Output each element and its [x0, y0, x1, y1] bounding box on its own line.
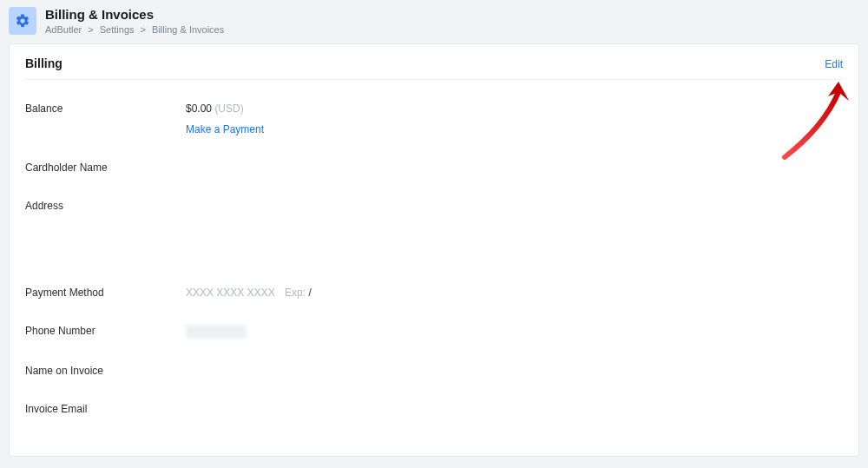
cardholder-label: Cardholder Name: [25, 161, 186, 174]
address-row: Address: [25, 200, 843, 260]
breadcrumb-item[interactable]: AdButler: [45, 24, 82, 35]
payment-method-label: Payment Method: [25, 287, 186, 299]
cardholder-row: Cardholder Name: [25, 161, 843, 174]
phone-label: Phone Number: [25, 325, 186, 337]
breadcrumb: AdButler > Settings > Billing & Invoices: [45, 24, 224, 35]
invoice-email-label: Invoice Email: [25, 403, 186, 415]
payment-method-row: Payment Method XXXX XXXX XXXX Exp: /: [25, 287, 843, 299]
topbar: Billing & Invoices AdButler > Settings >…: [0, 0, 868, 35]
title-block: Billing & Invoices AdButler > Settings >…: [45, 5, 224, 35]
invoice-email-row: Invoice Email: [25, 403, 843, 415]
phone-value: [186, 325, 247, 339]
exp-value: /: [308, 287, 311, 299]
gear-icon: [15, 13, 30, 29]
section-title: Billing: [25, 56, 62, 70]
breadcrumb-separator: >: [88, 24, 93, 35]
exp-label: Exp:: [285, 287, 306, 299]
billing-card: Billing Edit Balance $0.00 (USD) Make a …: [9, 43, 859, 457]
balance-label: Balance: [25, 102, 186, 115]
address-label: Address: [25, 200, 186, 212]
balance-currency: (USD): [214, 102, 243, 115]
balance-value: $0.00 (USD): [186, 102, 244, 115]
breadcrumb-separator: >: [141, 24, 146, 35]
edit-button[interactable]: Edit: [825, 58, 843, 70]
breadcrumb-item: Billing & Invoices: [152, 24, 224, 35]
balance-amount: $0.00: [186, 102, 212, 115]
settings-app-icon: [9, 7, 36, 35]
breadcrumb-item[interactable]: Settings: [100, 24, 135, 35]
page-title: Billing & Invoices: [45, 7, 224, 23]
phone-row: Phone Number: [25, 325, 843, 339]
balance-row: Balance $0.00 (USD): [25, 102, 843, 115]
phone-redacted: [186, 325, 247, 339]
name-on-invoice-label: Name on Invoice: [25, 365, 186, 377]
card-masked: XXXX XXXX XXXX: [186, 287, 275, 299]
make-payment-link[interactable]: Make a Payment: [186, 123, 264, 135]
name-on-invoice-row: Name on Invoice: [25, 365, 843, 377]
make-payment-row: Make a Payment: [186, 123, 843, 135]
section-header: Billing Edit: [25, 56, 843, 80]
payment-method-value: XXXX XXXX XXXX Exp: /: [186, 287, 312, 299]
